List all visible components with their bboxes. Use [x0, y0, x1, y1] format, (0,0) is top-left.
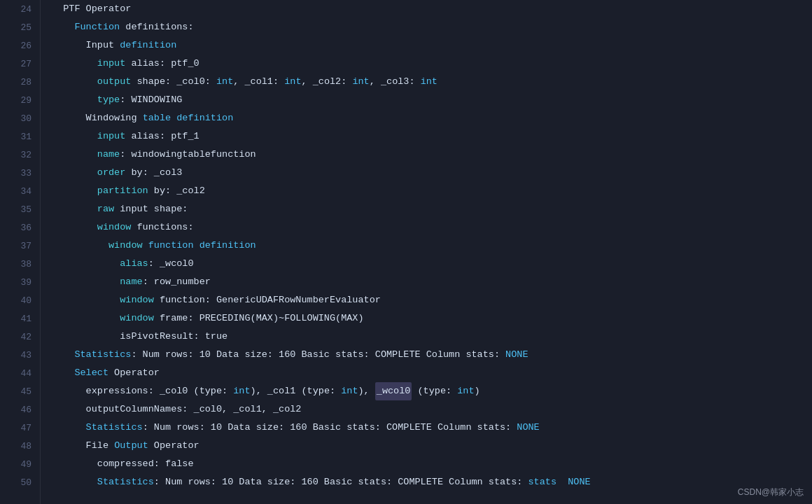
line-number: 45 — [8, 382, 31, 400]
code-token: ), _col1 (type: — [251, 382, 342, 400]
code-token: : row_number — [143, 273, 211, 291]
code-token — [52, 255, 120, 273]
code-token: name — [120, 273, 142, 291]
code-line: Input definition — [41, 36, 812, 55]
line-number: 46 — [8, 400, 31, 419]
code-token: shape: _col0: — [131, 73, 216, 91]
code-token: functions: — [131, 218, 193, 237]
code-line: File Output Operator — [41, 437, 812, 455]
code-line: name: row_number — [41, 273, 812, 291]
code-line: alias: _wcol0 — [41, 255, 812, 273]
code-line: window frame: PRECEDING(MAX)~FOLLOWING(M… — [41, 309, 812, 328]
code-token: Windowing — [52, 109, 143, 127]
code-token: (type: — [412, 382, 457, 400]
code-line: name: windowingtablefunction — [41, 146, 812, 164]
code-token: : Num rows: 10 Data size: 160 Basic stat… — [154, 473, 528, 491]
code-line: type: WINDOWING — [41, 91, 812, 109]
code-token — [52, 91, 97, 109]
code-token — [52, 218, 97, 237]
code-token: window — [97, 218, 132, 237]
code-token: window — [120, 309, 154, 328]
code-token: window — [108, 237, 143, 255]
code-token: input — [97, 127, 126, 146]
code-token: int — [457, 382, 474, 400]
code-line: compressed: false — [41, 455, 812, 473]
code-token: int — [352, 73, 369, 91]
code-token: int — [216, 73, 233, 91]
code-token: NONE — [505, 346, 528, 364]
code-token — [52, 273, 120, 291]
code-line: window function: GenericUDAFRowNumberEva… — [41, 291, 812, 309]
code-token: : _wcol0 — [148, 255, 194, 273]
code-token — [52, 291, 120, 309]
code-token — [52, 55, 97, 73]
line-number: 47 — [8, 419, 31, 437]
code-token: Output — [114, 437, 148, 455]
code-token: : WINDOWING — [120, 91, 182, 109]
line-number: 44 — [8, 364, 31, 382]
code-token: name — [97, 146, 120, 164]
line-number: 50 — [8, 473, 31, 491]
code-token — [52, 200, 97, 218]
code-token: type — [97, 91, 120, 109]
code-line: Windowing table definition — [41, 109, 812, 127]
code-token — [52, 164, 97, 182]
line-number: 27 — [8, 55, 31, 73]
code-token: : Num rows: 10 Data size: 160 Basic stat… — [131, 346, 505, 364]
line-number: 42 — [8, 328, 31, 346]
code-line: Statistics: Num rows: 10 Data size: 160 … — [41, 473, 812, 491]
code-token — [52, 182, 97, 200]
line-number: 25 — [8, 18, 31, 36]
code-line: window function definition — [41, 237, 812, 255]
code-token — [52, 309, 120, 328]
code-token: table definition — [143, 109, 234, 127]
code-token — [52, 419, 86, 437]
code-line: partition by: _col2 — [41, 182, 812, 200]
watermark: CSDN@韩家小志 — [738, 486, 804, 498]
line-number: 38 — [8, 255, 31, 273]
code-token: Function — [74, 18, 120, 36]
code-line: window functions: — [41, 218, 812, 237]
code-token: Statistics — [86, 419, 143, 437]
code-line: Function definitions: — [41, 18, 812, 36]
code-token — [52, 18, 74, 36]
code-token: int — [284, 73, 301, 91]
line-number: 30 — [8, 109, 31, 127]
code-token: alias: ptf_1 — [125, 127, 199, 146]
line-number: 32 — [8, 146, 31, 164]
code-token: Statistics — [97, 473, 154, 491]
line-number: 29 — [8, 91, 31, 109]
code-token: compressed: false — [52, 455, 194, 473]
code-token: frame: PRECEDING(MAX)~FOLLOWING(MAX) — [154, 309, 364, 328]
line-number: 48 — [8, 437, 31, 455]
code-token: raw — [97, 200, 114, 218]
code-token: alias — [120, 255, 148, 273]
code-token: , _col3: — [370, 73, 421, 91]
code-token: input shape: — [114, 200, 188, 218]
line-number: 41 — [8, 309, 31, 328]
code-token — [52, 346, 74, 364]
code-token: output — [97, 73, 132, 91]
code-editor: 2425262728293031323334353637383940414243… — [0, 0, 812, 504]
code-token: int — [341, 382, 358, 400]
code-token: alias: ptf_0 — [125, 55, 199, 73]
code-line: Statistics: Num rows: 10 Data size: 160 … — [41, 419, 812, 437]
code-token: order — [97, 164, 126, 182]
code-line: PTF Operator — [41, 0, 812, 18]
code-token — [52, 73, 97, 91]
code-line: order by: _col3 — [41, 164, 812, 182]
code-token: definition — [120, 36, 176, 55]
code-token: , _col1: — [233, 73, 284, 91]
code-line: isPivotResult: true — [41, 328, 812, 346]
code-token: function definition — [143, 237, 256, 255]
code-token: int — [421, 73, 438, 91]
code-token: function: GenericUDAFRowNumberEvaluator — [154, 291, 381, 309]
code-token: window — [120, 291, 154, 309]
code-token: definitions: — [120, 18, 193, 36]
line-number: 34 — [8, 182, 31, 200]
code-token — [52, 146, 97, 164]
code-token: : windowingtablefunction — [120, 146, 255, 164]
line-number: 37 — [8, 237, 31, 255]
line-number: 35 — [8, 200, 31, 218]
code-line: Statistics: Num rows: 10 Data size: 160 … — [41, 346, 812, 364]
